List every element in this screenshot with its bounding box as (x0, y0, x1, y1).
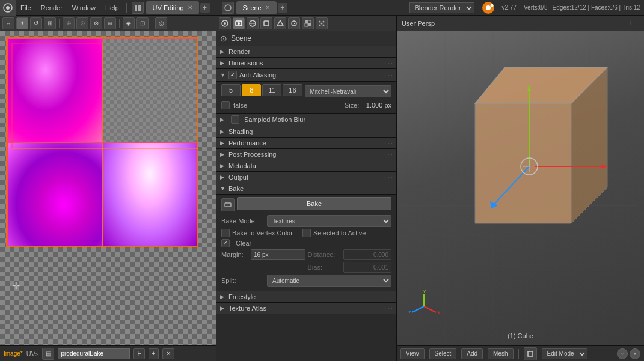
section-output[interactable]: ▶ Output · · · (216, 172, 396, 183)
remove-image-button[interactable]: ✕ (162, 348, 174, 359)
aa-sample-11[interactable]: 11 (262, 84, 281, 96)
margin-value[interactable]: 16 px (251, 249, 305, 260)
viewport-canvas[interactable]: X Y Z (1) Cube (397, 31, 644, 345)
aa-sample-5[interactable]: 5 (221, 84, 241, 96)
uv-tool-select[interactable]: ✦ (16, 17, 28, 29)
bake-title: Bake (228, 185, 393, 192)
select-button[interactable]: Select (429, 348, 457, 359)
prop-icon-object[interactable] (260, 17, 272, 29)
tab-scene[interactable]: Scene ✕ (236, 1, 277, 14)
menu-render[interactable]: Render (36, 0, 67, 15)
svg-rect-28 (308, 23, 311, 26)
uv-tool-move[interactable]: ↔ (2, 17, 14, 29)
clear-label: Clear (236, 240, 251, 247)
full-sample-checkbox[interactable] (221, 101, 230, 109)
menu-window[interactable]: Window (67, 0, 100, 15)
shading-arrow: ▶ (220, 129, 226, 135)
section-aa-header[interactable]: ▼ Anti-Aliasing · · · (216, 69, 396, 82)
mesh-button[interactable]: Mesh (488, 348, 513, 359)
uv-tool-weld[interactable]: ⊗ (90, 17, 102, 29)
blender-logo (0, 0, 16, 16)
svg-marker-53 (527, 84, 531, 91)
section-metadata[interactable]: ▶ Metadata · · · (216, 160, 396, 172)
prop-icon-particles[interactable] (316, 17, 328, 29)
tab-uv-editing[interactable]: UV Editing ✕ (146, 1, 199, 14)
bake-mode-select[interactable]: Textures (267, 215, 391, 227)
section-post-processing[interactable]: ▶ Post Processing · · · (216, 149, 396, 160)
tab-add-left[interactable]: + (200, 3, 210, 13)
svg-text:Z: Z (408, 310, 411, 315)
scene-icon: ⊙ (220, 34, 227, 43)
section-texture-atlas[interactable]: ▶ Texture Atlas · · · (216, 303, 396, 314)
clear-checkbox[interactable] (221, 239, 230, 247)
area-icon (132, 2, 144, 14)
bake-to-vertex-checkbox[interactable] (221, 229, 230, 237)
uv-canvas[interactable]: ✛ (0, 31, 216, 345)
viewport-expand-icon[interactable]: + (628, 18, 639, 29)
bake-arrow: ▼ (220, 186, 226, 192)
post-processing-dots: · · · (384, 151, 393, 158)
section-freestyle[interactable]: ▶ Freestyle · · · (216, 291, 396, 303)
menu-help[interactable]: Help (100, 0, 124, 15)
texture-cell-4 (102, 142, 197, 246)
prop-icon-scene[interactable] (219, 17, 231, 29)
tab-close-uv[interactable]: ✕ (188, 4, 192, 11)
bake-icon (221, 198, 235, 211)
filename-input[interactable] (58, 348, 130, 359)
section-shading[interactable]: ▶ Shading · · · (216, 126, 396, 138)
sphere-icon-1[interactable]: ○ (617, 348, 628, 359)
view-button[interactable]: View (400, 348, 425, 359)
aa-filter-select[interactable]: Mitchell-Netravali (305, 85, 392, 97)
uv-tool-minimize[interactable]: ◈ (123, 17, 135, 29)
selected-to-active-checkbox[interactable] (302, 229, 311, 237)
section-bake-header[interactable]: ▼ Bake (216, 183, 396, 195)
section-performance[interactable]: ▶ Performance · · · (216, 138, 396, 149)
svg-point-30 (323, 20, 325, 22)
margin-distance-row: Margin: 16 px Distance: 0.000 (221, 249, 391, 260)
section-smb-header[interactable]: ▶ Sampled Motion Blur · · · (216, 114, 396, 126)
section-dimensions[interactable]: ▶ Dimensions · · · (216, 58, 396, 69)
texture-cell-3 (7, 142, 102, 246)
prop-icon-render[interactable] (233, 17, 245, 29)
aa-sample-8[interactable]: 8 (242, 84, 261, 96)
version-info: v2.77 (502, 4, 517, 11)
prop-icon-material[interactable] (288, 17, 300, 29)
uv-tool-unwrap[interactable]: ⊡ (136, 17, 149, 29)
post-processing-arrow: ▶ (220, 151, 226, 157)
uv-tool-scale[interactable]: ⊞ (44, 17, 56, 29)
menu-file[interactable]: File (16, 0, 36, 15)
properties-scroll[interactable]: ⊙ Scene ▶ Render · · · ▶ Dimensions · · … (216, 31, 396, 361)
aa-checkbox[interactable] (228, 71, 237, 79)
mode-select[interactable]: Edit Mode (542, 348, 587, 359)
svg-point-6 (486, 5, 491, 10)
add-image-button[interactable]: + (149, 348, 159, 359)
sphere-icon-2[interactable]: ● (630, 348, 640, 359)
prop-icon-texture[interactable] (302, 17, 314, 29)
object-icon[interactable] (524, 347, 537, 360)
add-button[interactable]: Add (461, 348, 483, 359)
uv-bottom-bar: Image* UVs ▤ F + ✕ (0, 345, 216, 361)
full-sample-label: false (233, 102, 247, 109)
aa-arrow: ▼ (220, 72, 226, 78)
svg-point-1 (6, 6, 10, 10)
split-select[interactable]: Automatic (267, 275, 391, 287)
tab-add-right[interactable]: + (278, 3, 287, 13)
uv-tool-proportional[interactable]: ◎ (155, 17, 167, 29)
uv-tool-pin[interactable]: ⊕ (63, 17, 75, 29)
uv-tool-snap[interactable]: ⊙ (76, 17, 88, 29)
split-row: Split: Automatic (221, 275, 391, 287)
bake-button[interactable]: Bake (237, 197, 391, 210)
section-render[interactable]: ▶ Render · · · (216, 46, 396, 58)
uv-display-toggle[interactable]: ▤ (42, 348, 54, 360)
uv-tool-stitch[interactable]: ∞ (104, 17, 116, 29)
prop-icon-mesh[interactable] (274, 17, 286, 29)
aa-sample-16[interactable]: 16 (283, 84, 302, 96)
prop-icon-world[interactable] (247, 17, 259, 29)
tab-close-scene[interactable]: ✕ (265, 4, 270, 11)
engine-selector[interactable]: Blender Render (409, 2, 474, 13)
smb-checkbox[interactable] (231, 115, 239, 124)
uv-tool-rotate[interactable]: ↺ (30, 17, 42, 29)
size-label: Size: (345, 102, 363, 109)
svg-rect-34 (225, 203, 231, 207)
flag-button[interactable]: F (133, 348, 144, 359)
